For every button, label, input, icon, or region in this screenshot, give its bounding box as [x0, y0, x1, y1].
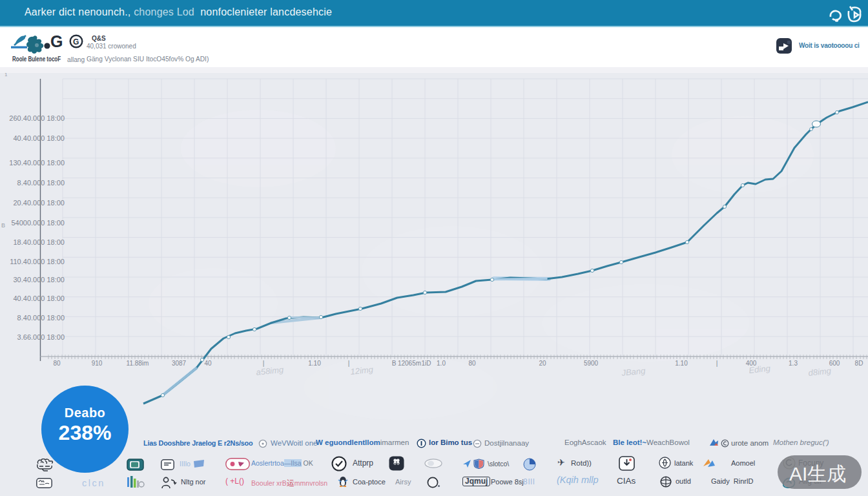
svg-text:11.88im: 11.88im — [127, 360, 149, 367]
svg-text:|: | — [348, 360, 350, 367]
svg-text:130.40.000 18:00: 130.40.000 18:00 — [9, 159, 65, 167]
svg-text:|: | — [263, 360, 265, 367]
svg-text:20: 20 — [539, 360, 546, 367]
svg-text:3.66.000 18:00: 3.66.000 18:00 — [17, 333, 65, 341]
svg-text:1.10: 1.10 — [675, 360, 688, 367]
svg-text:18.40.000 18:00: 18.40.000 18:00 — [13, 238, 65, 246]
svg-text:1: 1 — [5, 72, 8, 78]
svg-text:40: 40 — [204, 360, 212, 367]
svg-text:|: | — [716, 360, 718, 367]
svg-text:30.40.000 18:00: 30.40.000 18:00 — [13, 276, 65, 284]
svg-text:8.40.000 18:00: 8.40.000 18:00 — [17, 179, 65, 187]
svg-text:260.40.000 18:00: 260.40.000 18:00 — [9, 114, 65, 122]
svg-text:3087: 3087 — [172, 360, 187, 367]
svg-text:1.3: 1.3 — [789, 360, 798, 367]
svg-text:B: B — [1, 222, 5, 229]
svg-text:110.40.000 18:00: 110.40.000 18:00 — [10, 258, 65, 265]
svg-text:80: 80 — [53, 360, 61, 367]
svg-text:8D: 8D — [855, 360, 863, 367]
svg-text:8.40.000 18:00: 8.40.000 18:00 — [17, 314, 65, 322]
svg-text:G: G — [73, 37, 79, 46]
svg-text:1.0: 1.0 — [437, 360, 446, 367]
svg-text:20.40.000 18:00: 20.40.000 18:00 — [13, 199, 65, 207]
svg-text:54000.000 18:00: 54000.000 18:00 — [11, 219, 65, 227]
svg-text:G: G — [50, 34, 63, 50]
svg-text:1iD: 1iD — [421, 360, 431, 367]
svg-text:B: B — [392, 360, 397, 367]
svg-text:910: 910 — [92, 360, 103, 367]
svg-text:600: 600 — [829, 360, 840, 367]
svg-text:12065m: 12065m — [398, 360, 421, 367]
svg-text:5900: 5900 — [584, 360, 599, 367]
svg-text:80: 80 — [468, 360, 476, 367]
svg-text:1.10: 1.10 — [308, 360, 321, 367]
svg-text:40.40.000 18:00: 40.40.000 18:00 — [13, 294, 65, 302]
svg-text:40.40.000 18:00: 40.40.000 18:00 — [13, 134, 65, 142]
